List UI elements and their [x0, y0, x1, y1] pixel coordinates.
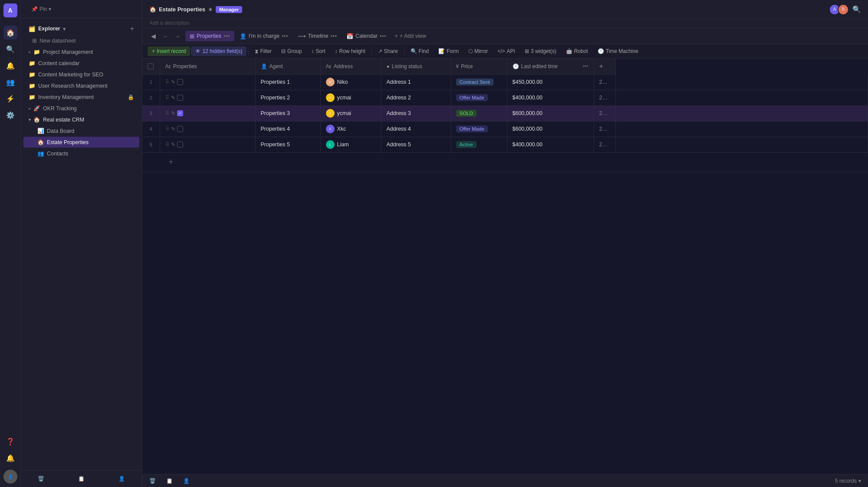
nav-search[interactable]: 🔍 — [3, 42, 17, 56]
description-text[interactable]: Add a description — [149, 20, 190, 26]
sidebar-item-content-calendar[interactable]: 📁 Content calendar — [23, 58, 139, 69]
properties-tab-more-icon[interactable]: ••• — [224, 33, 230, 39]
table-row[interactable]: 5 ⠿ ✎ Properties 5 L Liam — [142, 137, 868, 152]
trash-button[interactable]: 🗑️ — [34, 474, 48, 484]
nav-help[interactable]: ❓ — [3, 434, 17, 448]
header-checkbox[interactable] — [148, 63, 154, 69]
row-5-status[interactable]: Active — [450, 137, 507, 152]
row-edit-icon-1[interactable]: ✎ — [171, 79, 175, 85]
time-machine-button[interactable]: 🕐 Time Machine — [593, 46, 643, 56]
drag-handle-2[interactable]: ⠿ — [165, 95, 169, 101]
templates-button[interactable]: 📋 — [75, 474, 88, 484]
row-4-price[interactable]: $600,000.00 — [507, 121, 594, 137]
sidebar-item-real-estate[interactable]: ▾ 🏠 Real estate CRM — [23, 114, 139, 125]
tab-calendar[interactable]: 📅 Calendar ••• — [342, 31, 390, 41]
row-3-agent[interactable]: Y ycmai — [320, 105, 381, 121]
row-4-properties[interactable]: Properties 4 — [255, 121, 320, 137]
table-row[interactable]: 1 ⠿ ✎ Properties 1 N Niko — [142, 74, 868, 90]
template-statusbar-button[interactable]: 📋 — [166, 478, 173, 484]
row-1-agent[interactable]: N Niko — [320, 74, 381, 90]
app-avatar[interactable]: A — [3, 3, 17, 17]
row-checkbox-1[interactable] — [177, 79, 183, 85]
th-address[interactable]: Aε Address — [320, 59, 381, 74]
sort-button[interactable]: ↕ Sort — [307, 46, 329, 56]
calendar-tab-more-icon[interactable]: ••• — [380, 33, 386, 39]
records-count[interactable]: 5 records ▾ — [835, 478, 861, 484]
filter-button[interactable]: ⧗ Filter — [250, 46, 276, 56]
robot-button[interactable]: 🤖 Robot — [562, 46, 592, 56]
row-1-status[interactable]: Contract Sent — [450, 74, 507, 90]
row-5-agent[interactable]: L Liam — [320, 137, 381, 152]
row-checkbox-5[interactable] — [177, 141, 183, 148]
row-2-address[interactable]: Address 2 — [381, 90, 450, 105]
row-3-status[interactable]: SOLD — [450, 105, 507, 121]
row-5-price[interactable]: $400,000.00 — [507, 137, 594, 152]
sidebar-item-user-research[interactable]: 📁 User Research Management — [23, 80, 139, 91]
th-last-edited[interactable]: 🕐 Last edited time ••• — [507, 59, 594, 74]
nav-notifications[interactable]: 🔔 — [3, 59, 17, 72]
row-1-last-edited[interactable]: 2022/10/25 05:29 pm — [594, 74, 615, 90]
row-4-agent[interactable]: X Xkc — [320, 121, 381, 137]
row-edit-icon-5[interactable]: ✎ — [171, 141, 175, 148]
sidebar-item-inventory-management[interactable]: 📁 Inventory Management 🔒 — [23, 92, 139, 102]
col-more-icon[interactable]: ••• — [583, 63, 589, 69]
tab-properties[interactable]: ⊞ Properties ••• — [185, 31, 234, 41]
find-button[interactable]: 🔍 Find — [406, 46, 433, 56]
row-height-button[interactable]: ↕ Row height — [330, 46, 369, 56]
row-3-last-edited[interactable]: 2022/10/25 05:35 pm — [594, 105, 615, 121]
add-view-button[interactable]: + + Add view — [391, 31, 430, 41]
row-3-address[interactable]: Address 3 — [381, 105, 450, 121]
table-row[interactable]: 4 ⠿ ✎ Properties 4 X Xkc — [142, 121, 868, 137]
drag-handle-4[interactable]: ⠿ — [165, 126, 169, 132]
topbar-search-icon[interactable]: 🔍 — [852, 5, 861, 13]
sidebar-item-content-marketing[interactable]: 📁 Content Marketing for SEO — [23, 69, 139, 80]
add-node-button[interactable]: + — [130, 25, 134, 33]
sidebar-item-okr-tracking[interactable]: ▸ 🚀 OKR Tracking — [23, 103, 139, 114]
sidebar-new-datasheet[interactable]: ⊞ New datasheet — [23, 35, 139, 46]
nav-settings[interactable]: ⚙️ — [3, 108, 17, 122]
table-row[interactable]: 3 ⠿ ✎ Properties 3 Y ycmai — [142, 105, 868, 121]
row-5-properties[interactable]: Properties 5 — [255, 137, 320, 152]
nav-back-button[interactable]: ← — [160, 32, 171, 41]
collapse-sidebar-button[interactable]: ◀ — [148, 31, 159, 41]
tab-timeline[interactable]: ⟶ Timeline ••• — [293, 31, 342, 41]
nav-notifications2[interactable]: 🔔 — [3, 451, 17, 465]
drag-handle-3[interactable]: ⠿ — [165, 110, 169, 116]
pin-section[interactable]: 📌 Pin ▾ — [26, 3, 56, 15]
trash-statusbar-button[interactable]: 🗑️ — [149, 478, 156, 484]
member-statusbar-button[interactable]: 👤 — [183, 478, 190, 484]
th-price[interactable]: ¥ Price — [450, 59, 507, 74]
table-row[interactable]: 2 ⠿ ✎ Properties 2 Y ycmai — [142, 90, 868, 105]
row-4-address[interactable]: Address 4 — [381, 121, 450, 137]
row-5-last-edited[interactable]: 2022/11/08 03:51 pm — [594, 137, 615, 152]
add-row-button[interactable]: + — [168, 155, 174, 170]
sidebar-item-contacts[interactable]: 👥 Contacts — [23, 148, 139, 159]
insert-record-button[interactable]: + Insert record — [148, 46, 190, 56]
row-edit-icon-2[interactable]: ✎ — [171, 95, 175, 101]
drag-handle-5[interactable]: ⠿ — [165, 141, 169, 148]
drag-handle-1[interactable]: ⠿ — [165, 79, 169, 85]
sidebar-item-estate-properties[interactable]: 🏠 Estate Properties — [23, 137, 139, 148]
in-charge-tab-more-icon[interactable]: ••• — [282, 33, 288, 39]
nav-integrations[interactable]: ⚡ — [3, 92, 17, 105]
timeline-tab-more-icon[interactable]: ••• — [330, 33, 337, 39]
mirror-button[interactable]: ⬡ Mirror — [464, 46, 492, 56]
widgets-button[interactable]: ⊞ 3 widget(s) — [520, 46, 561, 56]
nav-home[interactable]: 🏠 — [3, 26, 17, 39]
row-2-price[interactable]: $400,000.00 — [507, 90, 594, 105]
row-3-price[interactable]: $600,000.00 — [507, 105, 594, 121]
th-agent[interactable]: 👤 Agent — [255, 59, 320, 74]
row-4-status[interactable]: Offer Made — [450, 121, 507, 137]
sidebar-item-data-board[interactable]: 📊 Data Board — [23, 125, 139, 136]
row-edit-icon-4[interactable]: ✎ — [171, 126, 175, 132]
row-checkbox-4[interactable] — [177, 126, 183, 132]
row-2-properties[interactable]: Properties 2 — [255, 90, 320, 105]
group-button[interactable]: ⊟ Group — [277, 46, 306, 56]
th-properties[interactable]: Aε Properties — [160, 59, 255, 74]
row-1-address[interactable]: Address 1 — [381, 74, 450, 90]
row-edit-icon-3[interactable]: ✎ — [171, 110, 175, 116]
row-3-properties[interactable]: Properties 3 — [255, 105, 320, 121]
breadcrumb-star-icon[interactable]: ★ — [208, 6, 213, 13]
invite-button[interactable]: 👤 — [115, 474, 128, 484]
row-5-address[interactable]: Address 5 — [381, 137, 450, 152]
